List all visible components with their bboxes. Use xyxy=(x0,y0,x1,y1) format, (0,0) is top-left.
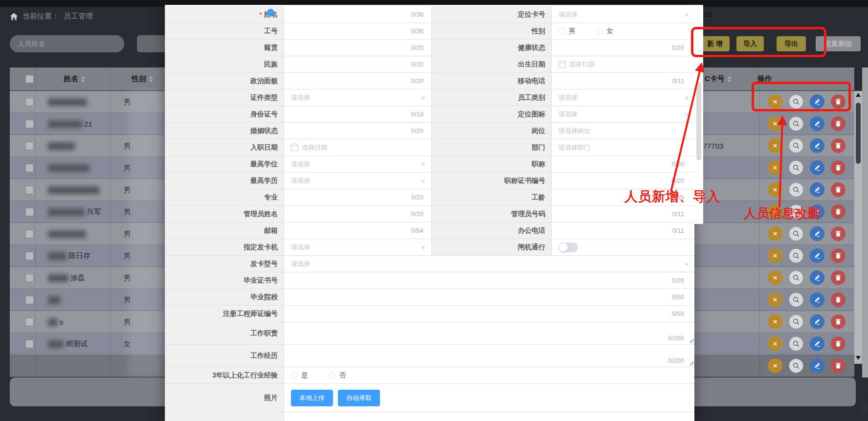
form-field-select[interactable]: 请选择∨ xyxy=(552,106,694,122)
form-field-count[interactable]: 0/20 xyxy=(284,73,431,89)
card-action-button[interactable]: ✕ xyxy=(768,160,782,175)
radio-option[interactable]: 是 xyxy=(291,371,308,380)
edit-button[interactable] xyxy=(810,358,824,373)
form-field-count[interactable]: 0/50 xyxy=(284,306,694,322)
delete-button[interactable] xyxy=(831,270,846,285)
form-field-count[interactable]: 0/20 xyxy=(284,272,694,288)
form-field-count[interactable]: 0/50 xyxy=(284,289,694,305)
search-input[interactable]: 人员姓名 xyxy=(10,35,124,52)
form-field-count[interactable]: 0/20 xyxy=(552,40,694,56)
form-field-select[interactable]: 请选择∨ xyxy=(552,6,694,22)
form-field-count[interactable]: 0/20 xyxy=(552,156,694,172)
goto-page-input[interactable]: 1 xyxy=(779,0,783,29)
form-field-textarea[interactable]: 0/200 xyxy=(284,322,694,344)
delete-button[interactable] xyxy=(831,248,846,263)
view-button[interactable] xyxy=(789,182,803,197)
row-checkbox[interactable] xyxy=(25,142,34,150)
edit-button[interactable] xyxy=(810,116,824,131)
card-action-button[interactable]: ✕ xyxy=(768,270,782,285)
form-field-textarea[interactable]: 0/200 xyxy=(284,345,694,367)
card-action-button[interactable]: ✕ xyxy=(768,248,782,263)
edit-button[interactable] xyxy=(810,226,824,241)
row-checkbox[interactable] xyxy=(25,296,34,304)
row-checkbox[interactable] xyxy=(25,274,34,282)
card-action-button[interactable]: ✕ xyxy=(768,358,782,373)
scroll-down-icon[interactable] xyxy=(856,356,861,360)
row-checkbox[interactable] xyxy=(25,318,34,326)
form-field-select[interactable]: 请选择∨ xyxy=(284,156,431,172)
form-field-count[interactable]: 0/64 xyxy=(284,222,431,239)
row-checkbox[interactable] xyxy=(25,208,34,216)
form-field-select[interactable]: 请选择∨ xyxy=(284,89,431,106)
form-field-count[interactable]: 0/20 xyxy=(284,206,431,222)
view-button[interactable] xyxy=(789,270,803,285)
radio-option[interactable]: 否 xyxy=(329,371,346,380)
row-checkbox[interactable] xyxy=(25,252,34,260)
form-field-date[interactable]: 选择日期 xyxy=(552,56,694,72)
form-field-count[interactable]: 0/36 xyxy=(284,6,431,22)
delete-button[interactable] xyxy=(831,358,846,373)
local-upload-button[interactable]: 本地上传 xyxy=(291,390,333,406)
edit-button[interactable] xyxy=(810,314,824,329)
delete-button[interactable] xyxy=(831,204,846,219)
form-field-date[interactable]: 选择日期 xyxy=(284,139,431,155)
view-button[interactable] xyxy=(789,336,803,351)
form-field-count[interactable]: 0/20 xyxy=(284,189,431,205)
delete-button[interactable] xyxy=(831,226,846,241)
row-checkbox[interactable] xyxy=(25,230,34,238)
form-field-count[interactable]: 0/36 xyxy=(284,23,431,39)
edit-button[interactable] xyxy=(810,336,824,351)
page-number-last[interactable]: 39 xyxy=(704,0,712,29)
row-checkbox[interactable] xyxy=(25,164,34,172)
delete-button[interactable] xyxy=(831,160,846,175)
modal-scrollbar-thumb[interactable] xyxy=(696,82,701,160)
scroll-up-icon[interactable] xyxy=(856,93,861,97)
card-action-button[interactable]: ✕ xyxy=(768,336,782,351)
form-field-select[interactable]: 请选择∨ xyxy=(284,256,694,272)
edit-button[interactable] xyxy=(810,160,824,175)
auto-capture-button[interactable]: 自动录取 xyxy=(338,390,380,406)
view-button[interactable] xyxy=(789,160,803,175)
card-action-button[interactable]: ✕ xyxy=(768,226,782,241)
view-button[interactable] xyxy=(789,358,803,373)
delete-button[interactable] xyxy=(831,336,846,351)
form-field-picker[interactable]: 请选择部门 xyxy=(552,139,694,155)
form-field-count[interactable]: 0/20 xyxy=(552,173,694,189)
delete-button[interactable] xyxy=(831,138,846,153)
card-action-button[interactable]: ✕ xyxy=(768,314,782,329)
form-field-count[interactable]: 0/18 xyxy=(284,106,431,122)
form-field-count[interactable]: 0/20 xyxy=(284,40,431,56)
edit-button[interactable] xyxy=(810,248,824,263)
form-field-count[interactable]: 0/11 xyxy=(552,222,694,239)
form-field-count[interactable]: 0/20 xyxy=(284,123,431,139)
table-scrollbar-thumb[interactable] xyxy=(856,103,861,164)
card-action-button[interactable]: ✕ xyxy=(768,116,782,131)
form-field-select[interactable]: 请选择∨ xyxy=(284,173,431,189)
form-field-count[interactable]: 0/20 xyxy=(284,56,431,72)
radio-option[interactable]: 女 xyxy=(596,27,613,36)
form-field-select[interactable]: 请选择∨ xyxy=(284,239,431,255)
row-checkbox[interactable] xyxy=(25,120,34,128)
card-action-button[interactable]: ✕ xyxy=(768,138,782,153)
edit-button[interactable] xyxy=(810,270,824,285)
page-scrollbar-thumb[interactable] xyxy=(861,401,868,415)
form-field-select[interactable]: 请选择∨ xyxy=(552,89,694,106)
form-field-count[interactable]: 0/11 xyxy=(552,206,694,222)
edit-button[interactable] xyxy=(810,182,824,197)
delete-button[interactable] xyxy=(831,314,846,329)
delete-button[interactable] xyxy=(831,182,846,197)
delete-button[interactable] xyxy=(831,292,846,307)
view-button[interactable] xyxy=(789,314,803,329)
row-checkbox[interactable] xyxy=(25,186,34,194)
view-button[interactable] xyxy=(789,226,803,241)
row-checkbox[interactable] xyxy=(25,340,34,348)
toggle-switch[interactable] xyxy=(558,243,578,252)
view-button[interactable] xyxy=(789,138,803,153)
card-action-button[interactable]: ✕ xyxy=(768,182,782,197)
radio-option[interactable]: 男 xyxy=(558,27,576,36)
view-button[interactable] xyxy=(789,116,803,131)
edit-button[interactable] xyxy=(810,292,824,307)
delete-button[interactable] xyxy=(831,116,846,131)
view-button[interactable] xyxy=(789,292,803,307)
next-page-button[interactable]: › xyxy=(726,0,729,29)
